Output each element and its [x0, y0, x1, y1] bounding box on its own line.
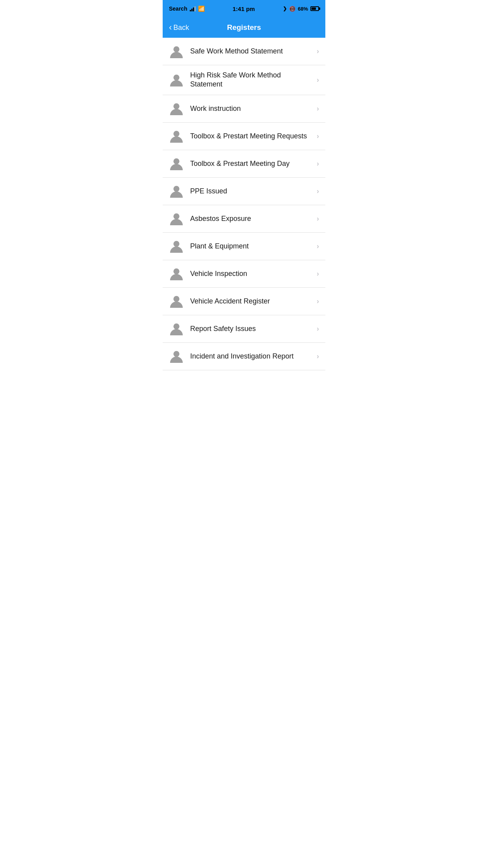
- list-item[interactable]: Vehicle Accident Register ›: [163, 288, 325, 315]
- signal-icon: [190, 6, 196, 11]
- list-item-label: Asbestos Exposure: [190, 214, 314, 223]
- svg-point-6: [173, 213, 179, 219]
- person-icon: [169, 44, 184, 59]
- list-item-label: Report Safety Issues: [190, 324, 314, 333]
- chevron-right-icon: ›: [317, 215, 319, 223]
- svg-point-0: [173, 46, 179, 52]
- battery-percent: 68%: [298, 6, 308, 12]
- list-item[interactable]: Plant & Equipment ›: [163, 233, 325, 260]
- status-bar: Search 📶 1:41 pm ❯ 📵 68%: [163, 0, 325, 17]
- list-item[interactable]: Toolbox & Prestart Meeting Day ›: [163, 150, 325, 178]
- person-icon: [169, 129, 184, 143]
- svg-point-2: [173, 103, 179, 109]
- wifi-icon: 📶: [198, 6, 205, 12]
- chevron-right-icon: ›: [317, 297, 319, 305]
- list-item[interactable]: Vehicle Inspection ›: [163, 260, 325, 288]
- list-item-label: Safe Work Method Statement: [190, 47, 314, 56]
- back-button[interactable]: ‹ Back: [169, 23, 189, 32]
- status-carrier: Search 📶: [169, 6, 205, 12]
- back-chevron-icon: ‹: [169, 23, 172, 32]
- list-item[interactable]: Report Safety Issues ›: [163, 315, 325, 343]
- chevron-right-icon: ›: [317, 132, 319, 140]
- chevron-right-icon: ›: [317, 270, 319, 278]
- person-icon: [169, 211, 184, 226]
- svg-point-11: [173, 351, 179, 357]
- svg-point-1: [173, 75, 179, 81]
- chevron-right-icon: ›: [317, 352, 319, 360]
- registers-list: Safe Work Method Statement › High Risk S…: [163, 38, 325, 370]
- list-item[interactable]: Incident and Investigation Report ›: [163, 343, 325, 370]
- status-battery: ❯ 📵 68%: [283, 6, 319, 12]
- list-item[interactable]: PPE Issued ›: [163, 178, 325, 205]
- svg-point-7: [173, 241, 179, 247]
- list-item-label: Plant & Equipment: [190, 242, 314, 251]
- battery-icon: [310, 6, 319, 11]
- list-item-label: PPE Issued: [190, 187, 314, 196]
- chevron-right-icon: ›: [317, 160, 319, 168]
- person-icon: [169, 294, 184, 309]
- person-icon: [169, 321, 184, 336]
- back-label: Back: [173, 24, 189, 32]
- svg-point-10: [173, 324, 179, 329]
- page-title: Registers: [227, 23, 261, 32]
- list-item[interactable]: Asbestos Exposure ›: [163, 205, 325, 233]
- chevron-right-icon: ›: [317, 187, 319, 195]
- person-icon: [169, 239, 184, 254]
- chevron-right-icon: ›: [317, 76, 319, 84]
- list-item-label: High Risk Safe Work Method Statement: [190, 71, 314, 89]
- svg-point-5: [173, 186, 179, 192]
- list-item[interactable]: Safe Work Method Statement ›: [163, 38, 325, 65]
- person-icon: [169, 349, 184, 364]
- nav-bar: ‹ Back Registers: [163, 17, 325, 38]
- list-item-label: Vehicle Accident Register: [190, 297, 314, 306]
- svg-point-3: [173, 131, 179, 137]
- person-icon: [169, 184, 184, 199]
- chevron-right-icon: ›: [317, 47, 319, 55]
- person-icon: [169, 101, 184, 116]
- battery-fill: [312, 7, 316, 10]
- svg-point-8: [173, 268, 179, 274]
- list-item[interactable]: High Risk Safe Work Method Statement ›: [163, 65, 325, 95]
- list-item-label: Incident and Investigation Report: [190, 352, 314, 361]
- list-item-label: Work instruction: [190, 104, 314, 113]
- svg-point-9: [173, 296, 179, 302]
- list-item[interactable]: Toolbox & Prestart Meeting Requests ›: [163, 123, 325, 150]
- list-item[interactable]: Work instruction ›: [163, 95, 325, 123]
- chevron-right-icon: ›: [317, 105, 319, 113]
- list-item-label: Toolbox & Prestart Meeting Requests: [190, 132, 314, 141]
- status-time: 1:41 pm: [233, 6, 255, 12]
- person-icon: [169, 266, 184, 281]
- svg-point-4: [173, 158, 179, 164]
- chevron-right-icon: ›: [317, 242, 319, 250]
- person-icon: [169, 156, 184, 171]
- list-item-label: Toolbox & Prestart Meeting Day: [190, 159, 314, 168]
- person-icon: [169, 72, 184, 87]
- location-icon: ❯: [283, 6, 287, 11]
- chevron-right-icon: ›: [317, 325, 319, 333]
- bluetooth-icon: 📵: [289, 6, 295, 12]
- carrier-label: Search: [169, 6, 187, 12]
- list-item-label: Vehicle Inspection: [190, 269, 314, 278]
